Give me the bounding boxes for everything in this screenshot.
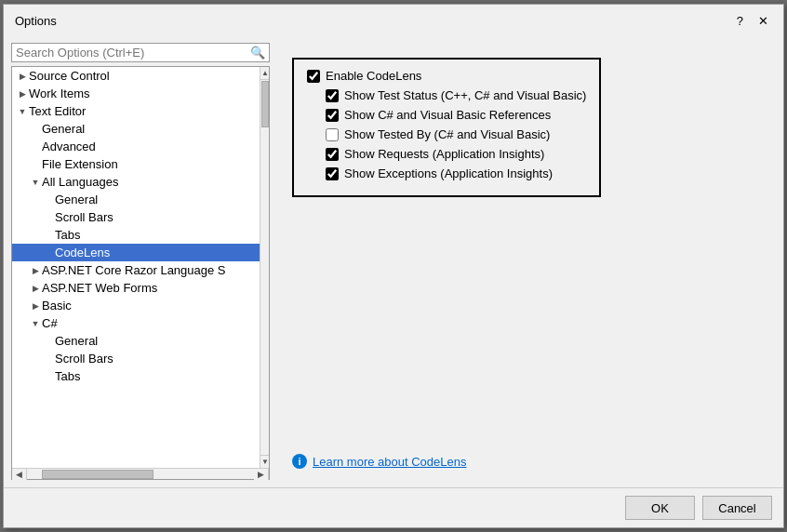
- tree-panel-wrapper: ▶Source Control▶Work Items▼Text EditorGe…: [11, 66, 270, 480]
- tree-label-general: General: [42, 122, 85, 136]
- tree-item-all-scrollbars[interactable]: Scroll Bars: [12, 208, 260, 226]
- show-exceptions-checkbox[interactable]: [326, 167, 339, 180]
- tree-label-all-scrollbars: Scroll Bars: [55, 210, 113, 224]
- codelens-sub-options: Show Test Status (C++, C# and Visual Bas…: [307, 88, 586, 180]
- learn-more-link[interactable]: Learn more about CodeLens: [313, 455, 467, 469]
- tree-arrow-aspnet-razor: ▶: [29, 266, 42, 275]
- tree-item-aspnet-razor[interactable]: ▶ASP.NET Core Razor Language S: [12, 261, 260, 279]
- show-exceptions-label: Show Exceptions (Application Insights): [344, 166, 553, 180]
- show-csharp-refs-checkbox[interactable]: [326, 109, 339, 122]
- horizontal-scrollbar[interactable]: ◀ ▶: [12, 468, 269, 479]
- dialog-body: 🔍 ▶Source Control▶Work Items▼Text Editor…: [4, 35, 783, 487]
- info-icon: i: [292, 454, 307, 469]
- tree-item-work-items[interactable]: ▶Work Items: [12, 85, 260, 102]
- enable-codelens-label: Enable CodeLens: [326, 69, 421, 83]
- tree-label-work-items: Work Items: [29, 86, 90, 100]
- tree-item-codelens[interactable]: CodeLens: [12, 244, 260, 261]
- tree-label-aspnet-razor: ASP.NET Core Razor Language S: [42, 263, 226, 277]
- show-tested-by-checkbox[interactable]: [326, 128, 339, 141]
- show-requests-checkbox[interactable]: [326, 148, 339, 161]
- search-input[interactable]: [16, 46, 250, 60]
- tree-item-general[interactable]: General: [12, 120, 260, 138]
- tree-arrow-basic: ▶: [29, 301, 42, 311]
- dialog-title: Options: [15, 14, 57, 28]
- tree-panel-inner: ▶Source Control▶Work Items▼Text EditorGe…: [12, 67, 269, 468]
- tree-label-all-general: General: [55, 193, 98, 206]
- tree-content: ▶Source Control▶Work Items▼Text EditorGe…: [12, 67, 260, 468]
- ok-button[interactable]: OK: [625, 496, 695, 520]
- show-test-status-label: Show Test Status (C++, C# and Visual Bas…: [344, 88, 586, 102]
- codelens-option-row-show-exceptions: Show Exceptions (Application Insights): [326, 166, 586, 180]
- title-bar: Options ? ✕: [4, 5, 783, 35]
- tree-item-all-tabs[interactable]: Tabs: [12, 226, 260, 244]
- options-dialog: Options ? ✕ 🔍 ▶Source Control▶Work Items…: [3, 4, 784, 528]
- help-button[interactable]: ?: [733, 12, 747, 30]
- scroll-thumb[interactable]: [261, 81, 269, 127]
- tree-item-advanced[interactable]: Advanced: [12, 138, 260, 155]
- scroll-left-button[interactable]: ◀: [12, 469, 27, 480]
- tree-arrow-work-items: ▶: [16, 89, 29, 99]
- tree-label-source-control: Source Control: [29, 69, 110, 83]
- search-box[interactable]: 🔍: [11, 43, 270, 62]
- content-area: Enable CodeLens Show Test Status (C++, C…: [277, 43, 776, 446]
- dialog-footer: OK Cancel: [4, 487, 783, 527]
- left-panel: 🔍 ▶Source Control▶Work Items▼Text Editor…: [11, 43, 270, 480]
- tree-label-text-editor: Text Editor: [29, 104, 86, 118]
- tree-item-cs-scrollbars[interactable]: Scroll Bars: [12, 350, 260, 367]
- show-test-status-checkbox[interactable]: [326, 89, 339, 102]
- codelens-option-row-show-tested-by: Show Tested By (C# and Visual Basic): [326, 127, 586, 141]
- tree-label-advanced: Advanced: [42, 140, 96, 153]
- tree-item-basic[interactable]: ▶Basic: [12, 297, 260, 314]
- codelens-option-row-show-test-status: Show Test Status (C++, C# and Visual Bas…: [326, 88, 586, 102]
- tree-label-aspnet-webforms: ASP.NET Web Forms: [42, 281, 157, 295]
- tree-label-basic: Basic: [42, 299, 72, 313]
- vertical-scrollbar[interactable]: ▲ ▼: [260, 67, 269, 468]
- scroll-right-button[interactable]: ▶: [254, 469, 269, 480]
- tree-label-cs-tabs: Tabs: [55, 369, 80, 383]
- tree-label-all-tabs: Tabs: [55, 228, 80, 242]
- enable-codelens-checkbox[interactable]: [307, 70, 320, 83]
- tree-label-cs-general: General: [55, 334, 98, 348]
- scroll-up-button[interactable]: ▲: [260, 67, 269, 80]
- tree-item-cs-tabs[interactable]: Tabs: [12, 367, 260, 385]
- title-bar-controls: ? ✕: [733, 12, 772, 30]
- tree-item-file-extension[interactable]: File Extension: [12, 155, 260, 173]
- cancel-button[interactable]: Cancel: [702, 496, 772, 520]
- show-tested-by-label: Show Tested By (C# and Visual Basic): [344, 127, 550, 141]
- scroll-down-button[interactable]: ▼: [260, 455, 269, 468]
- tree-label-all-languages: All Languages: [42, 175, 118, 189]
- tree-item-cs-general[interactable]: General: [12, 332, 260, 350]
- tree-label-cs-scrollbars: Scroll Bars: [55, 352, 113, 366]
- tree-arrow-all-languages: ▼: [29, 178, 42, 187]
- tree-arrow-text-editor: ▼: [16, 107, 29, 116]
- tree-item-all-general[interactable]: General: [12, 191, 260, 208]
- tree-arrow-aspnet-webforms: ▶: [29, 284, 42, 293]
- tree-item-aspnet-webforms[interactable]: ▶ASP.NET Web Forms: [12, 279, 260, 297]
- codelens-options-box: Enable CodeLens Show Test Status (C++, C…: [292, 58, 601, 197]
- right-panel: Enable CodeLens Show Test Status (C++, C…: [277, 43, 776, 480]
- tree-label-csharp: C#: [42, 316, 58, 330]
- tree-label-codelens: CodeLens: [55, 246, 110, 259]
- tree-arrow-source-control: ▶: [16, 72, 29, 81]
- search-icon: 🔍: [250, 46, 265, 60]
- enable-codelens-row: Enable CodeLens: [307, 69, 586, 83]
- tree-label-file-extension: File Extension: [42, 157, 118, 171]
- tree-item-csharp[interactable]: ▼C#: [12, 314, 260, 332]
- hscroll-thumb[interactable]: [42, 470, 153, 479]
- codelens-option-row-show-requests: Show Requests (Application Insights): [326, 147, 586, 161]
- tree-arrow-csharp: ▼: [29, 319, 42, 328]
- tree-item-source-control[interactable]: ▶Source Control: [12, 67, 260, 85]
- show-csharp-refs-label: Show C# and Visual Basic References: [344, 108, 551, 122]
- tree-item-text-editor[interactable]: ▼Text Editor: [12, 102, 260, 120]
- close-button[interactable]: ✕: [754, 12, 772, 30]
- show-requests-label: Show Requests (Application Insights): [344, 147, 544, 161]
- codelens-option-row-show-csharp-refs: Show C# and Visual Basic References: [326, 108, 586, 122]
- tree-item-all-languages[interactable]: ▼All Languages: [12, 173, 260, 191]
- learn-more-area: i Learn more about CodeLens: [277, 446, 776, 480]
